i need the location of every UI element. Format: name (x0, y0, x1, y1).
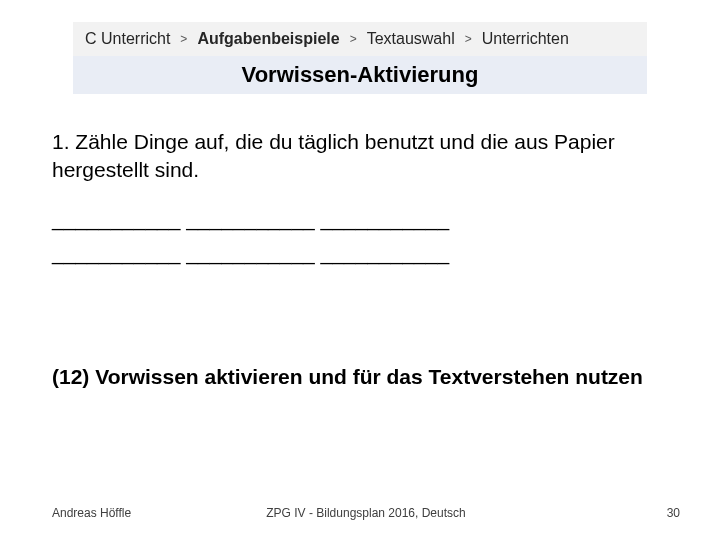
task-prompt: 1. Zähle Dinge auf, die du täglich benut… (52, 128, 658, 185)
footer-page-number: 30 (667, 506, 680, 520)
answer-blanks: ___________ ___________ ___________ ____… (52, 205, 658, 268)
crumb-c-unterricht: C Unterricht (85, 30, 170, 48)
crumb-unterrichten: Unterrichten (482, 30, 569, 48)
title-bar: Vorwissen-Aktivierung (73, 56, 647, 94)
blank-row-2: ___________ ___________ ___________ (52, 239, 658, 267)
slide: C Unterricht > Aufgabenbeispiele > Texta… (0, 0, 720, 540)
body: 1. Zähle Dinge auf, die du täglich benut… (52, 128, 658, 397)
page-title: Vorwissen-Aktivierung (242, 62, 479, 88)
strategy-label: (12) Vorwissen aktivieren und für das Te… (52, 357, 658, 397)
chevron-right-icon: > (350, 32, 357, 46)
chevron-right-icon: > (180, 32, 187, 46)
crumb-textauswahl: Textauswahl (367, 30, 455, 48)
crumb-aufgabenbeispiele: Aufgabenbeispiele (197, 30, 339, 48)
footer-center: ZPG IV - Bildungsplan 2016, Deutsch (52, 506, 680, 520)
breadcrumb: C Unterricht > Aufgabenbeispiele > Texta… (73, 22, 647, 56)
footer: Andreas Höffle ZPG IV - Bildungsplan 201… (52, 506, 680, 520)
chevron-right-icon: > (465, 32, 472, 46)
blank-row-1: ___________ ___________ ___________ (52, 205, 658, 233)
